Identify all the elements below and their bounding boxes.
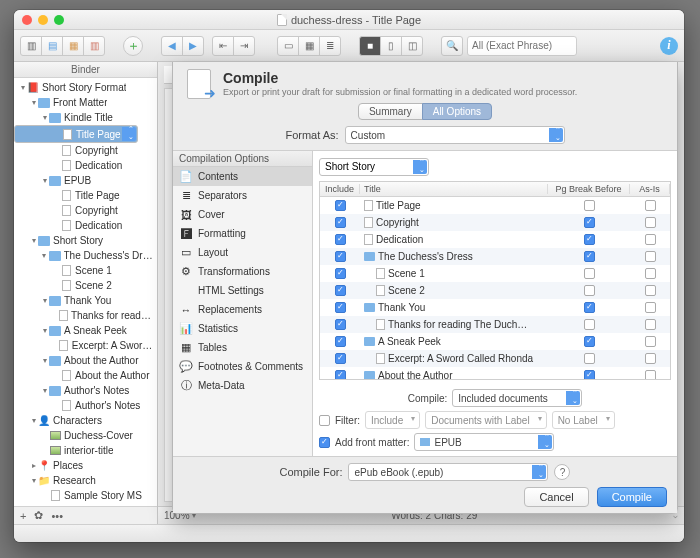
binder-item[interactable]: Excerpt: A Sword C… [14,338,157,353]
view-cork-button[interactable]: ▦ [298,36,320,56]
table-row[interactable]: Dedication [320,231,670,248]
info-button[interactable]: i [660,37,678,55]
compose-mode-button[interactable]: ■ [359,36,381,56]
table-row[interactable]: Thank You [320,299,670,316]
table-row[interactable]: About the Author [320,367,670,381]
binder-item[interactable]: Duchess-Cover [14,428,157,443]
binder-item[interactable]: ▾👤Characters [14,413,157,428]
asis-checkbox[interactable] [645,285,656,296]
binder-item[interactable]: ▸📍Places [14,458,157,473]
option-statistics[interactable]: 📊Statistics [173,319,312,338]
quickref-button[interactable]: 🔍 [441,36,463,56]
pgbreak-checkbox[interactable] [584,268,595,279]
option-contents[interactable]: 📄Contents [173,167,312,186]
binder-item[interactable]: Author's Notes [14,398,157,413]
include-checkbox[interactable] [335,336,346,347]
asis-checkbox[interactable] [645,217,656,228]
compile-scope-select[interactable]: Included documents [452,389,582,407]
nav-forward-button[interactable]: ▶ [182,36,204,56]
asis-checkbox[interactable] [645,251,656,262]
table-row[interactable]: Scene 1 [320,265,670,282]
front-matter-select[interactable]: EPUB [414,433,554,451]
option-cover[interactable]: 🖼Cover [173,205,312,224]
inspector-toggle-button[interactable]: ▥ [83,36,105,56]
binder-item[interactable]: Title Page [14,188,157,203]
split-none-button[interactable]: ▯ [380,36,402,56]
binder-item[interactable]: ▾Thank You [14,293,157,308]
pgbreak-checkbox[interactable] [584,319,595,330]
outdent-button[interactable]: ⇤ [212,36,234,56]
binder-item[interactable]: Dedication [14,158,157,173]
option-separators[interactable]: ≣Separators [173,186,312,205]
col-include[interactable]: Include [320,184,360,194]
pgbreak-checkbox[interactable] [584,251,595,262]
asis-checkbox[interactable] [645,353,656,364]
binder-tree[interactable]: ▾📕Short Story Format▾Front Matter▾Kindle… [14,78,157,506]
asis-checkbox[interactable] [645,302,656,313]
binder-item[interactable]: Copyright [14,203,157,218]
search-input[interactable] [467,36,577,56]
include-checkbox[interactable] [335,370,346,380]
pgbreak-checkbox[interactable] [584,217,595,228]
option-tables[interactable]: ▦Tables [173,338,312,357]
compile-button[interactable]: Compile [597,487,667,507]
nav-back-button[interactable]: ◀ [161,36,183,56]
binder-item[interactable]: Scene 2 [14,278,157,293]
contents-table[interactable]: Include Title Pg Break Before As-Is Titl… [319,181,671,381]
binder-item[interactable]: ▾Short Story [14,233,157,248]
pgbreak-checkbox[interactable] [584,234,595,245]
col-title[interactable]: Title [360,184,548,194]
asis-checkbox[interactable] [645,370,656,380]
table-row[interactable]: Scene 2 [320,282,670,299]
binder-item[interactable]: Scene 1 [14,263,157,278]
pgbreak-checkbox[interactable] [584,370,595,380]
include-checkbox[interactable] [335,234,346,245]
pgbreak-checkbox[interactable] [584,200,595,211]
scope-select[interactable]: Short Story [319,158,429,176]
front-matter-checkbox[interactable] [319,437,330,448]
option-layout[interactable]: ▭Layout [173,243,312,262]
compile-for-select[interactable]: ePub eBook (.epub) [348,463,548,481]
binder-add-button[interactable]: + [20,510,26,522]
binder-item[interactable]: interior-title [14,443,157,458]
binder-item[interactable]: ▾The Duchess's Dress [14,248,157,263]
layout-button[interactable]: ▦ [62,36,84,56]
filter-checkbox[interactable] [319,415,330,426]
table-row[interactable]: Excerpt: A Sword Called Rhonda [320,350,670,367]
view-doc-button[interactable]: ▭ [277,36,299,56]
indent-button[interactable]: ⇥ [233,36,255,56]
binder-item[interactable]: Thanks for reading T… [14,308,157,323]
binder-item[interactable]: ▾EPUB [14,173,157,188]
include-checkbox[interactable] [335,285,346,296]
binder-item[interactable]: Copyright [14,143,157,158]
binder-item[interactable]: ▾📁Research [14,473,157,488]
option-footnotes-comments[interactable]: 💬Footnotes & Comments [173,357,312,376]
tab-all-options[interactable]: All Options [422,103,492,120]
include-checkbox[interactable] [335,302,346,313]
include-checkbox[interactable] [335,217,346,228]
view-outline-button[interactable]: ≣ [319,36,341,56]
include-checkbox[interactable] [335,251,346,262]
binder-gear-button[interactable]: ✿ [34,509,43,522]
asis-checkbox[interactable] [645,319,656,330]
asis-checkbox[interactable] [645,234,656,245]
binder-item[interactable]: ▾Kindle Title [14,110,157,125]
col-pgbreak[interactable]: Pg Break Before [548,184,630,194]
include-checkbox[interactable] [335,319,346,330]
pgbreak-checkbox[interactable] [584,285,595,296]
pgbreak-checkbox[interactable] [584,353,595,364]
table-row[interactable]: Thanks for reading The Duch… [320,316,670,333]
tab-summary[interactable]: Summary [358,103,423,120]
option-meta-data[interactable]: ⓘMeta-Data [173,376,312,395]
option-replacements[interactable]: ↔Replacements [173,300,312,319]
binder-item[interactable]: Dedication [14,218,157,233]
split-h-button[interactable]: ◫ [401,36,423,56]
binder-more-button[interactable]: ••• [51,510,63,522]
binder-item[interactable]: ▾About the Author [14,353,157,368]
filter-mode-select[interactable]: Include [365,411,420,429]
filter-kind-select[interactable]: Documents with Label [425,411,546,429]
col-asis[interactable]: As-Is [630,184,670,194]
asis-checkbox[interactable] [645,268,656,279]
binder-item[interactable]: ▾📕Short Story Format [14,80,157,95]
pgbreak-checkbox[interactable] [584,336,595,347]
